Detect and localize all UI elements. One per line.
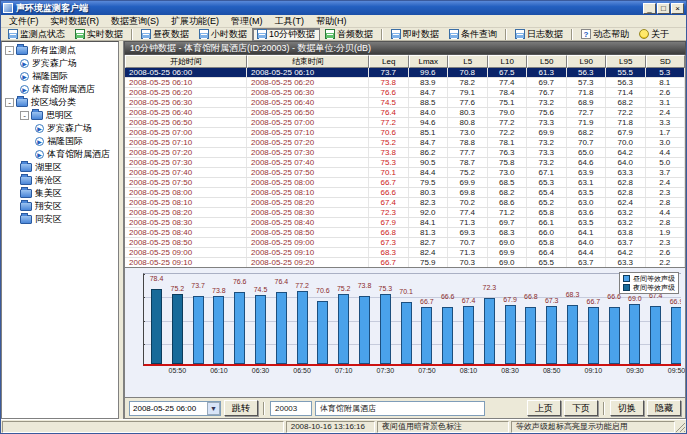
station-id-field[interactable]: 20003 [270, 401, 312, 416]
toolbar-button-daynight-data[interactable]: 昼夜数据 [136, 28, 194, 41]
tree-item[interactable]: -思明区 [2, 109, 118, 122]
tree-item[interactable]: ▶罗宾森广场 [2, 57, 118, 70]
table-row[interactable]: 2008-05-25 08:102008-05-25 08:2067.482.3… [125, 198, 685, 208]
toolbar-button-condition-query[interactable]: 条件查询 [444, 28, 502, 41]
chart-bar [650, 306, 661, 364]
collapse-icon[interactable]: - [20, 111, 29, 120]
table-cell: 55.5 [606, 68, 646, 77]
toolbar-button-hour-data[interactable]: 小时数据 [194, 28, 252, 41]
table-cell: 77.2 [488, 118, 528, 127]
column-header[interactable]: L5 [448, 55, 488, 68]
table-cell: 2008-05-25 07:20 [247, 138, 369, 147]
menu-item[interactable]: 管理(M) [225, 14, 269, 29]
bar-value-label: 78.4 [150, 275, 164, 282]
toolbar-button-audio-data[interactable]: 音频数据 [320, 28, 378, 41]
table-cell: 69.9 [527, 128, 567, 137]
jump-button[interactable]: 跳转 [224, 400, 258, 416]
datetime-combobox[interactable]: 2008-05-25 06:00 ▼ [129, 401, 221, 416]
toolbar-button-ten-minute-data[interactable]: 10分钟数据 [252, 28, 320, 41]
table-row[interactable]: 2008-05-25 07:302008-05-25 07:4075.390.5… [125, 158, 685, 168]
column-header[interactable]: L95 [606, 55, 646, 68]
hide-button[interactable]: 隐藏 [647, 400, 681, 416]
table-row[interactable]: 2008-05-25 06:402008-05-25 06:5076.484.0… [125, 108, 685, 118]
table-cell: 67.9 [369, 218, 409, 227]
toolbar-button-realtime-data[interactable]: 实时数据 [70, 28, 128, 41]
table-cell: 84.7 [409, 88, 449, 97]
next-page-button[interactable]: 下页 [564, 400, 598, 416]
column-header[interactable]: L50 [527, 55, 567, 68]
switch-button[interactable]: 切换 [610, 400, 644, 416]
menu-item[interactable]: 文件(F) [3, 14, 45, 29]
tree-item[interactable]: -所有监测点 [2, 44, 118, 57]
table-row[interactable]: 2008-05-25 07:402008-05-25 07:5070.184.4… [125, 168, 685, 178]
toolbar-button-instant-data[interactable]: 即时数据 [386, 28, 444, 41]
tree-item[interactable]: 海沧区 [2, 174, 118, 187]
tree-item[interactable]: ▶罗宾森广场 [2, 122, 118, 135]
table-row[interactable]: 2008-05-25 06:002008-05-25 06:1073.799.6… [125, 68, 685, 78]
column-header[interactable]: Leq [369, 55, 409, 68]
menu-item[interactable]: 数据查询(S) [105, 14, 165, 29]
table-row[interactable]: 2008-05-25 08:502008-05-25 09:0067.382.7… [125, 238, 685, 248]
station-name-field[interactable]: 体育馆附属酒店 [315, 401, 485, 416]
collapse-icon[interactable]: - [5, 98, 14, 107]
table-row[interactable]: 2008-05-25 08:302008-05-25 08:4067.984.1… [125, 218, 685, 228]
table-cell: 77.2 [369, 118, 409, 127]
toolbar-button-label: 条件查询 [461, 28, 497, 41]
chart-bar [671, 307, 681, 364]
menu-item[interactable]: 实时数据(R) [45, 14, 106, 29]
close-button[interactable]: × [671, 3, 684, 14]
tree-item[interactable]: ▶福隆国际 [2, 70, 118, 83]
column-header[interactable]: L10 [488, 55, 528, 68]
collapse-icon[interactable]: - [5, 46, 14, 55]
column-header[interactable]: SD [646, 55, 686, 68]
table-cell: 78.4 [488, 88, 528, 97]
table-row[interactable]: 2008-05-25 08:202008-05-25 08:3072.392.0… [125, 208, 685, 218]
table-cell: 77.6 [448, 98, 488, 107]
table-cell: 66.7 [369, 178, 409, 187]
table-row[interactable]: 2008-05-25 09:002008-05-25 09:1068.382.4… [125, 248, 685, 258]
column-header[interactable]: L90 [567, 55, 607, 68]
tree-item[interactable]: ▶福隆国际 [2, 135, 118, 148]
table-row[interactable]: 2008-05-25 07:102008-05-25 07:2075.284.7… [125, 138, 685, 148]
table-row[interactable]: 2008-05-25 09:102008-05-25 09:2066.775.9… [125, 258, 685, 268]
column-header[interactable]: 开始时间 [125, 55, 247, 68]
table-row[interactable]: 2008-05-25 08:002008-05-25 08:1066.680.3… [125, 188, 685, 198]
table-row[interactable]: 2008-05-25 06:502008-05-25 07:0077.294.6… [125, 118, 685, 128]
maximize-button[interactable]: □ [657, 3, 670, 14]
menu-item[interactable]: 工具(T) [269, 14, 311, 29]
table-row[interactable]: 2008-05-25 07:502008-05-25 08:0066.779.5… [125, 178, 685, 188]
tree-item[interactable]: 翔安区 [2, 200, 118, 213]
column-header[interactable]: 结束时间 [247, 55, 369, 68]
prev-page-button[interactable]: 上页 [527, 400, 561, 416]
tree-item[interactable]: 同安区 [2, 213, 118, 226]
menu-item[interactable]: 帮助(H) [310, 14, 353, 29]
resize-grip-icon[interactable] [676, 422, 685, 432]
table-row[interactable]: 2008-05-25 06:302008-05-25 06:4074.588.5… [125, 98, 685, 108]
table-row[interactable]: 2008-05-25 06:102008-05-25 06:2073.883.9… [125, 78, 685, 88]
table-row[interactable]: 2008-05-25 06:202008-05-25 06:3076.684.7… [125, 88, 685, 98]
chevron-down-icon[interactable]: ▼ [207, 402, 220, 415]
table-cell: 62.8 [606, 178, 646, 187]
bar-value-label: 76.6 [233, 278, 247, 285]
column-header[interactable]: Lmax [409, 55, 449, 68]
table-row[interactable]: 2008-05-25 07:002008-05-25 07:1070.685.1… [125, 128, 685, 138]
toolbar-button-log-data[interactable]: 日志数据 [510, 28, 568, 41]
tree-item[interactable]: 湖里区 [2, 161, 118, 174]
menu-item[interactable]: 扩展功能(E) [165, 14, 225, 29]
toolbar-button-about[interactable]: 关于 [634, 28, 674, 41]
minimize-button[interactable]: _ [643, 3, 656, 14]
toolbar-button-dynamic-help[interactable]: 动态帮助 [576, 28, 634, 41]
table-row[interactable]: 2008-05-25 07:202008-05-25 07:3073.886.2… [125, 148, 685, 158]
table-cell: 2008-05-25 06:30 [247, 88, 369, 97]
x-axis-tick-label: 08:30 [501, 367, 519, 374]
tree-item[interactable]: -按区域分类 [2, 96, 118, 109]
table-cell: 71.2 [488, 208, 528, 217]
table-cell: 84.4 [409, 168, 449, 177]
legend-entry: 夜间等效声级 [623, 283, 675, 292]
tree-item-label: 湖里区 [35, 161, 62, 174]
tree-item[interactable]: ▶体育馆附属酒店 [2, 148, 118, 161]
tree-item[interactable]: ▶体育馆附属酒店 [2, 83, 118, 96]
tree-item[interactable]: 集美区 [2, 187, 118, 200]
toolbar-button-monitor-status[interactable]: 监测点状态 [3, 28, 70, 41]
table-row[interactable]: 2008-05-25 08:402008-05-25 08:5066.881.3… [125, 228, 685, 238]
